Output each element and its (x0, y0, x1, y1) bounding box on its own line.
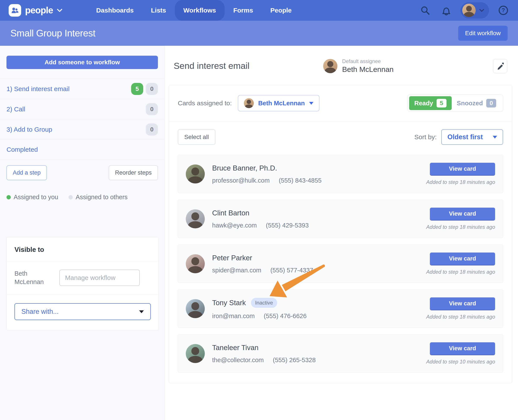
share-with-select[interactable]: Share with... (15, 303, 151, 320)
search-icon[interactable] (418, 3, 432, 17)
people-logo-icon (9, 4, 21, 17)
assignment-legend: Assigned to you Assigned to others (7, 194, 158, 201)
nav-workflows[interactable]: Workflows (175, 0, 225, 21)
sort-select[interactable]: Oldest first (441, 129, 503, 145)
pencil-icon (496, 62, 504, 70)
added-to-step-text: Added to step 18 minutes ago (426, 179, 495, 185)
person-email: the@collector.com (212, 357, 264, 363)
steps-list: 1) Send interest email 5 0 2) Call 0 3) … (0, 79, 164, 160)
ready-tab[interactable]: Ready 5 (409, 96, 452, 110)
person-phone: (555) 843-4855 (279, 177, 321, 184)
visible-to-person: Beth McLennan (15, 269, 53, 286)
edit-assignee-button[interactable] (493, 59, 507, 73)
workflow-sidebar: Add someone to workflow 1) Send interest… (0, 46, 165, 420)
assignee-avatar (323, 59, 337, 73)
nav-lists[interactable]: Lists (142, 0, 175, 21)
person-phone: (555) 577-4337 (271, 267, 313, 274)
select-all-button[interactable]: Select all (178, 129, 215, 145)
ready-count-badge: 5 (131, 83, 143, 95)
filter-avatar (244, 98, 254, 108)
view-card-button[interactable]: View card (430, 163, 495, 176)
app-logo[interactable]: people (9, 4, 62, 17)
card-peter-parker: Peter Parker spider@man.com(555) 577-433… (178, 245, 503, 283)
chevron-down-icon (493, 136, 497, 139)
nav-dashboards[interactable]: Dashboards (87, 0, 142, 21)
add-step-button[interactable]: Add a step (7, 165, 47, 180)
person-email: iron@man.com (212, 313, 255, 319)
user-avatar (462, 4, 476, 17)
person-avatar (186, 209, 205, 228)
cards-assigned-select[interactable]: Beth McLennan (238, 95, 319, 111)
manage-workflow-input[interactable] (59, 270, 140, 286)
help-icon[interactable]: ? (496, 3, 510, 17)
step-send-interest-email[interactable]: 1) Send interest email 5 0 (0, 79, 164, 99)
added-to-step-text: Added to step 18 minutes ago (426, 224, 495, 230)
inactive-status-badge: Inactive (251, 298, 277, 308)
user-menu[interactable] (461, 2, 489, 19)
person-phone: (555) 265-5328 (273, 357, 316, 363)
assigned-to-you-dot (7, 195, 11, 199)
added-to-step-text: Added to step 18 minutes ago (426, 269, 495, 275)
nav-people[interactable]: People (262, 0, 300, 21)
person-avatar (186, 165, 205, 183)
others-count-badge: 0 (146, 83, 158, 95)
workflow-header: Small Group Interest Edit workflow (0, 21, 518, 46)
card-tony-stark: Tony Stark Inactive iron@man.com(555) 47… (178, 289, 503, 328)
card-clint-barton: Clint Barton hawk@eye.com(555) 429-5393 … (178, 200, 503, 238)
snoozed-count: 0 (486, 99, 496, 107)
view-card-button[interactable]: View card (430, 297, 495, 310)
page-title: Small Group Interest (10, 28, 95, 39)
visible-to-panel: Visible to Beth McLennan Share with... (7, 237, 159, 330)
step-add-to-group[interactable]: 3) Add to Group 0 (0, 119, 164, 139)
person-avatar (186, 254, 205, 273)
person-email: hawk@eye.com (212, 222, 257, 229)
chevron-down-icon (309, 102, 313, 105)
sort-by-label: Sort by: (414, 133, 437, 141)
edit-workflow-button[interactable]: Edit workflow (458, 26, 508, 41)
others-count-badge: 0 (146, 123, 158, 135)
nav-forms[interactable]: Forms (225, 0, 262, 21)
user-menu-chevron-icon (479, 9, 484, 12)
step-main-panel: Send interest email Default assignee Bet… (165, 46, 518, 420)
others-count-badge: 0 (146, 103, 158, 115)
card-bruce-banner: Bruce Banner, Ph.D. professor@hulk.com(5… (178, 155, 503, 193)
ready-snoozed-toggle: Ready 5 Snoozed 0 (407, 95, 503, 112)
top-navbar: people Dashboards Lists Workflows Forms … (0, 0, 518, 21)
visible-to-title: Visible to (7, 237, 159, 261)
person-phone: (555) 476-6626 (264, 313, 307, 319)
person-email: professor@hulk.com (212, 177, 270, 184)
step-call[interactable]: 2) Call 0 (0, 99, 164, 119)
ready-count: 5 (437, 99, 447, 107)
assigned-to-others-dot (69, 195, 73, 199)
view-card-button[interactable]: View card (430, 253, 495, 265)
brand-name: people (25, 5, 53, 15)
person-phone: (555) 429-5393 (266, 222, 309, 229)
reorder-steps-button[interactable]: Reorder steps (109, 165, 158, 180)
default-assignee: Default assignee Beth McLennan (323, 58, 394, 74)
chevron-down-icon (139, 310, 144, 313)
added-to-step-text: Added to step 10 minutes ago (426, 359, 495, 365)
brand-chevron-down-icon (57, 8, 62, 12)
step-title: Send interest email (174, 61, 249, 71)
card-taneleer-tivan: Taneleer Tivan the@collector.com(555) 26… (178, 334, 503, 373)
cards-assigned-label: Cards assigned to: (178, 99, 232, 107)
add-someone-button[interactable]: Add someone to workflow (7, 56, 158, 69)
view-card-button[interactable]: View card (430, 208, 495, 221)
svg-text:?: ? (502, 7, 505, 13)
step-completed[interactable]: Completed (0, 139, 164, 160)
cards-list: Bruce Banner, Ph.D. professor@hulk.com(5… (169, 147, 512, 383)
person-avatar (186, 344, 205, 363)
added-to-step-text: Added to step 18 minutes ago (426, 314, 495, 320)
snoozed-tab[interactable]: Snoozed 0 (452, 96, 501, 110)
primary-nav: Dashboards Lists Workflows Forms People (87, 0, 300, 21)
person-email: spider@man.com (212, 267, 261, 274)
person-avatar (186, 299, 205, 318)
view-card-button[interactable]: View card (430, 342, 495, 355)
notifications-bell-icon[interactable] (439, 3, 453, 17)
